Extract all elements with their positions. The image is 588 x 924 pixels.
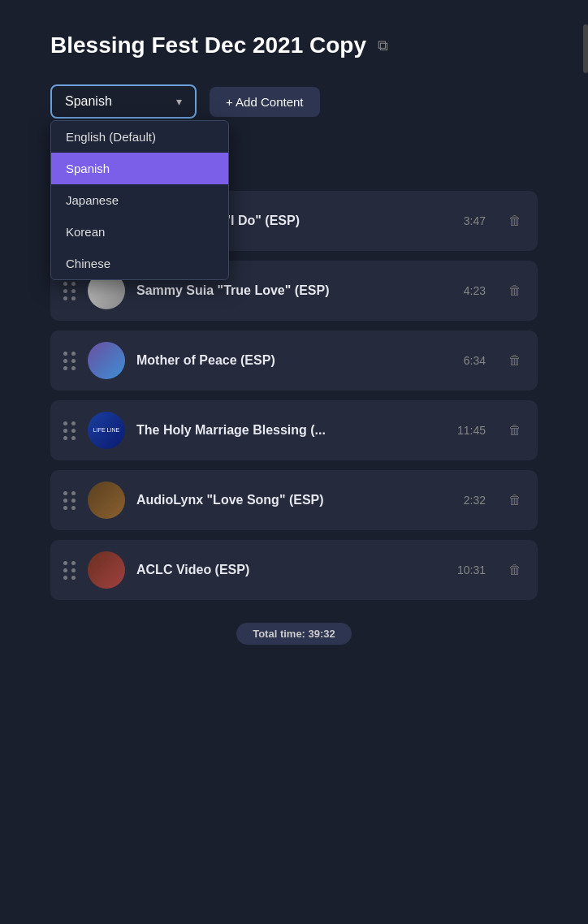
dropdown-item-chinese[interactable]: Chinese — [51, 248, 228, 279]
delete-button[interactable]: 🗑 — [505, 350, 525, 371]
item-thumbnail — [88, 481, 125, 519]
item-title: AudioLynx "Love Song" (ESP) — [136, 493, 452, 507]
dropdown-item-spanish[interactable]: Spanish — [51, 153, 228, 184]
delete-button[interactable]: 🗑 — [505, 490, 525, 511]
list-item: ACLC Video (ESP) 10:31 🗑 — [50, 540, 538, 600]
scrollbar-track[interactable] — [583, 0, 588, 924]
item-duration: 6:34 — [464, 354, 486, 367]
delete-button[interactable]: 🗑 — [505, 559, 525, 581]
dropdown-item-japanese[interactable]: Japanese — [51, 184, 228, 216]
drag-handle[interactable] — [63, 352, 76, 370]
list-item: Mother of Peace (ESP) 6:34 🗑 — [50, 330, 538, 391]
list-item: LIFE LINE The Holy Marriage Blessing (..… — [50, 400, 538, 460]
selected-language-label: Spanish — [65, 94, 112, 109]
item-title: Mother of Peace (ESP) — [136, 353, 452, 368]
scrollbar-thumb[interactable] — [583, 24, 588, 73]
item-title: Sammy Suia "True Love" (ESP) — [136, 283, 452, 298]
drag-handle[interactable] — [63, 561, 76, 580]
item-title: ACLC Video (ESP) — [136, 563, 446, 577]
drag-handle[interactable] — [63, 421, 76, 440]
chevron-down-icon: ▾ — [176, 95, 182, 108]
drag-handle[interactable] — [63, 282, 76, 300]
total-time-label: Total time: 39:32 — [236, 623, 352, 645]
delete-button[interactable]: 🗑 — [505, 420, 525, 441]
language-dropdown-menu: English (Default) Spanish Japanese Korea… — [50, 120, 229, 280]
delete-button[interactable]: 🗑 — [505, 280, 525, 301]
item-duration: 3:47 — [464, 214, 486, 227]
total-time-bar: Total time: 39:32 — [50, 623, 538, 645]
language-select-button[interactable]: Spanish ▾ — [50, 84, 197, 119]
delete-button[interactable]: 🗑 — [505, 210, 525, 231]
item-title: The Holy Marriage Blessing (... — [136, 423, 446, 438]
item-thumbnail — [88, 551, 125, 589]
language-select-wrapper: Spanish ▾ English (Default) Spanish Japa… — [50, 84, 197, 119]
item-duration: 2:32 — [464, 494, 486, 507]
dropdown-item-korean[interactable]: Korean — [51, 216, 228, 248]
item-thumbnail — [88, 342, 125, 379]
item-thumbnail: LIFE LINE — [88, 412, 125, 449]
item-duration: 4:23 — [464, 284, 486, 297]
item-duration: 11:45 — [457, 424, 486, 437]
toolbar: Spanish ▾ English (Default) Spanish Japa… — [50, 84, 538, 119]
add-content-button[interactable]: + Add Content — [210, 87, 320, 117]
edit-icon[interactable]: ⧉ — [378, 37, 388, 54]
list-item: AudioLynx "Love Song" (ESP) 2:32 🗑 — [50, 470, 538, 530]
item-duration: 10:31 — [457, 563, 486, 576]
dropdown-item-english[interactable]: English (Default) — [51, 121, 228, 153]
page-title: Blessing Fest Dec 2021 Copy — [50, 32, 366, 58]
drag-handle[interactable] — [63, 491, 76, 510]
